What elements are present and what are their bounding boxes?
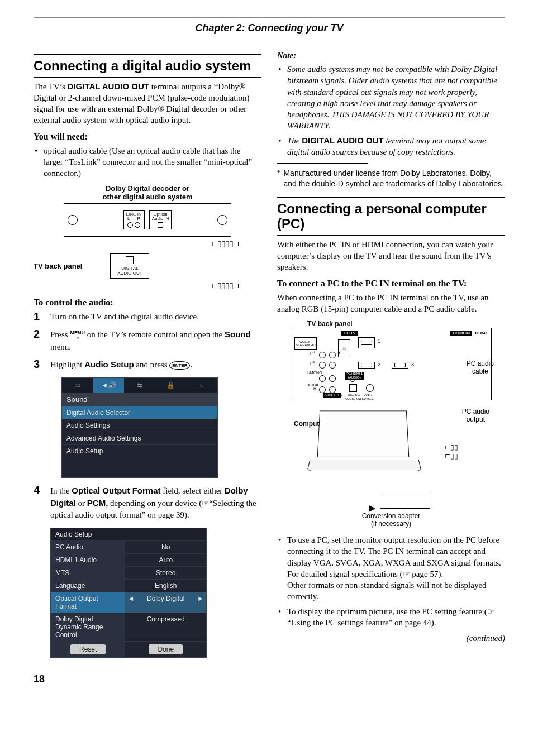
arrow-icon: ▶ bbox=[369, 503, 375, 513]
audio-jack bbox=[329, 386, 336, 393]
button-row: Reset Done bbox=[51, 641, 206, 657]
you-will-need-head: You will need: bbox=[34, 132, 261, 142]
digital-audio-out-label: DIGITAL AUDIO OUT bbox=[345, 393, 363, 401]
speaker-left-icon bbox=[68, 215, 78, 225]
step-3-text: Highlight Audio Setup and press ENTER. bbox=[50, 358, 192, 371]
pc-in-label: PC IN bbox=[341, 331, 358, 336]
hdmi3-port bbox=[392, 362, 408, 369]
pc-notes-list: To use a PC, set the monitor output reso… bbox=[277, 534, 505, 628]
table-row: LanguageEnglish bbox=[51, 579, 206, 592]
conversion-adapter-label: Conversion adapter (if necessary) bbox=[291, 512, 492, 528]
lr-label: L R bbox=[126, 217, 142, 221]
menu-icon-bar: ▭ ◄🔊 ⇆ 🔒 ☼ bbox=[62, 378, 217, 393]
intro-pre: The TV’s bbox=[34, 82, 68, 91]
ant-label: ANT/ CABLE bbox=[363, 393, 374, 401]
steps-list-cont: 4 In the Optical Output Format field, se… bbox=[34, 485, 261, 521]
digital-out-label: DIGITAL AUDIO OUT bbox=[117, 266, 142, 276]
setup-tab-icon: ☼ bbox=[186, 378, 217, 393]
tv-back-panel: TV back panel DIGITAL AUDIO OUT bbox=[34, 253, 261, 279]
section-title-pc: Connecting a personal computer (PC) bbox=[277, 201, 505, 232]
cable-plug-icon-2: ⊏▯▯▯▯⊐ bbox=[211, 281, 239, 290]
left-column: Connecting a digital audio system The TV… bbox=[34, 51, 261, 661]
optical-out-icon bbox=[349, 384, 357, 392]
pc-audio-output-label: PC audio output bbox=[462, 408, 489, 424]
note-list: Some audio systems may not be compatible… bbox=[277, 64, 505, 157]
tv-back-panel-box: PC IN HDMI IN HDMI COLOR STREAM HD 1 ⁝⁝⁝… bbox=[291, 328, 492, 400]
step-1: 1 Turn on the TV and the digital audio d… bbox=[34, 311, 261, 323]
enter-button-icon: ENTER bbox=[169, 361, 190, 370]
tv-back-panel-label: TV back panel bbox=[307, 320, 492, 328]
component-jack bbox=[329, 352, 336, 358]
speaker-right-icon bbox=[217, 215, 227, 225]
cable-plug-icon: ⊏▯▯▯▯⊐ bbox=[211, 239, 239, 248]
asterisk-icon: * bbox=[277, 168, 280, 189]
hdmi-in-label: HDMI IN bbox=[450, 331, 472, 336]
line-in-ports: LINE IN L R bbox=[123, 210, 145, 229]
menu-button-icon: MENU○ bbox=[70, 330, 85, 341]
table-row: Dolby Digital Dynamic Range ControlCompr… bbox=[51, 613, 206, 641]
step-1-text: Turn on the TV and the digital audio dev… bbox=[50, 311, 199, 323]
note-item: Some audio systems may not be compatible… bbox=[277, 64, 505, 132]
need-list: optical audio cable (Use an optical audi… bbox=[34, 145, 261, 179]
audio-jack bbox=[329, 375, 336, 382]
digital-audio-out-term: DIGITAL AUDIO OUT bbox=[302, 136, 383, 145]
hdmi2-port bbox=[358, 362, 375, 369]
menu-spacer bbox=[62, 457, 217, 477]
note-head: Note: bbox=[277, 51, 505, 60]
dolby-footnote: * Manufactured under license from Dolby … bbox=[277, 168, 505, 189]
table-row: HDMI 1 AudioAuto bbox=[51, 553, 206, 566]
top-rule bbox=[34, 17, 505, 18]
decoder-box: LINE IN L R Optical Audio IN bbox=[64, 203, 231, 237]
sound-tab-icon: ◄🔊 bbox=[93, 378, 125, 393]
table-row: PC AudioNo bbox=[51, 540, 206, 553]
table-row-selected: Optical Output FormatDolby Digital bbox=[51, 592, 206, 613]
laptop-base-icon bbox=[307, 460, 421, 471]
right-column: Note: Some audio systems may not be comp… bbox=[277, 51, 505, 661]
colorstream-label: COLOR STREAM HD bbox=[294, 337, 317, 350]
decoder-label: Dolby Digital decoder or other digital a… bbox=[34, 184, 261, 201]
continued-label: (continued) bbox=[277, 634, 505, 643]
sound-label: Sound bbox=[225, 329, 251, 339]
page-number: 18 bbox=[34, 673, 505, 685]
section-rule-bottom bbox=[34, 77, 261, 78]
intro-term: DIGITAL AUDIO OUT bbox=[68, 82, 149, 91]
section-rule-bottom bbox=[277, 235, 505, 236]
plug-icon: ⊏▯▯ bbox=[445, 444, 458, 452]
sound-menu-screenshot: ▭ ◄🔊 ⇆ 🔒 ☼ Sound Digital Audio Selector … bbox=[61, 377, 218, 478]
decoder-diagram: Dolby Digital decoder or other digital a… bbox=[34, 184, 261, 290]
optical-port-icon bbox=[126, 256, 134, 264]
note-item: The DIGITAL AUDIO OUT terminal may not o… bbox=[277, 135, 505, 158]
component-jack bbox=[329, 362, 336, 369]
step-number: 4 bbox=[34, 485, 44, 521]
control-audio-head: To control the audio: bbox=[34, 298, 261, 308]
section-title-digital-audio: Connecting a digital audio system bbox=[34, 58, 261, 74]
done-button: Done bbox=[149, 644, 183, 654]
sound-menu-title: Sound bbox=[62, 393, 217, 406]
pc-intro: With either the PC IN or HDMI connection… bbox=[277, 239, 505, 273]
pc-audio-cable-label: PC audio cable bbox=[467, 360, 494, 376]
steps-list: 1 Turn on the TV and the digital audio d… bbox=[34, 311, 261, 371]
pc-connect-body: When connecting a PC to the PC IN termin… bbox=[277, 292, 505, 315]
audio-setup-title: Audio Setup bbox=[51, 528, 206, 540]
menu-item: Advanced Audio Settings bbox=[62, 432, 217, 444]
plug-icon: ⊏▯▯ bbox=[445, 453, 458, 461]
hdmi1-port bbox=[358, 337, 375, 348]
step-3: 3 Highlight Audio Setup and press ENTER. bbox=[34, 358, 261, 371]
optical-in-label: Optical Audio IN bbox=[152, 212, 169, 221]
laptop-screen-icon bbox=[317, 411, 410, 458]
hdmi-label: HDMI bbox=[475, 331, 487, 336]
reset-button: Reset bbox=[70, 644, 106, 654]
pc-connect-head: To connect a PC to the PC IN terminal on… bbox=[277, 279, 505, 289]
intro-paragraph: The TV’s DIGITAL AUDIO OUT terminal outp… bbox=[34, 81, 261, 126]
need-item: optical audio cable (Use an optical audi… bbox=[34, 145, 261, 179]
audio-setup-label: Audio Setup bbox=[84, 360, 134, 369]
audio-jack bbox=[319, 386, 326, 393]
step-4: 4 In the Optical Output Format field, se… bbox=[34, 485, 261, 521]
menu-item: Audio Setup bbox=[62, 444, 217, 457]
step-number: 3 bbox=[34, 358, 44, 371]
digital-audio-out-port: DIGITAL AUDIO OUT bbox=[110, 253, 149, 279]
step-4-text: In the Optical Output Format field, sele… bbox=[50, 485, 261, 521]
step-2: 2 Press MENU○ on the TV’s remote control… bbox=[34, 328, 261, 353]
picture-tab-icon: ▭ bbox=[62, 378, 93, 393]
menu-item: Digital Audio Selector bbox=[62, 406, 217, 419]
